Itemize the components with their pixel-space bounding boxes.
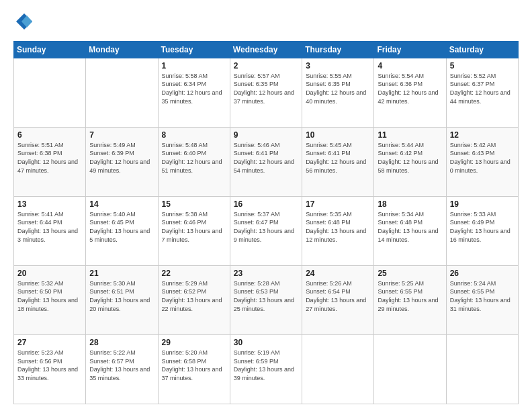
day-number: 18	[378, 199, 442, 209]
calendar-cell: 16 Sunrise: 5:37 AMSunset: 6:47 PMDaylig…	[230, 196, 302, 265]
day-number: 3	[306, 61, 370, 71]
calendar-cell: 13 Sunrise: 5:41 AMSunset: 6:44 PMDaylig…	[14, 196, 86, 265]
calendar-cell: 15 Sunrise: 5:38 AMSunset: 6:46 PMDaylig…	[158, 196, 230, 265]
day-info: Sunrise: 5:49 AMSunset: 6:39 PMDaylight:…	[89, 142, 150, 174]
calendar-cell: 3 Sunrise: 5:55 AMSunset: 6:35 PMDayligh…	[302, 58, 374, 127]
day-info: Sunrise: 5:26 AMSunset: 6:54 PMDaylight:…	[306, 280, 366, 312]
day-info: Sunrise: 5:19 AMSunset: 6:59 PMDaylight:…	[234, 349, 294, 381]
day-info: Sunrise: 5:41 AMSunset: 6:44 PMDaylight:…	[17, 211, 78, 243]
day-number: 12	[450, 130, 515, 140]
day-info: Sunrise: 5:32 AMSunset: 6:50 PMDaylight:…	[17, 280, 78, 312]
day-number: 21	[89, 269, 154, 278]
day-info: Sunrise: 5:29 AMSunset: 6:52 PMDaylight:…	[162, 280, 222, 312]
day-number: 26	[450, 269, 515, 278]
calendar-cell: 25 Sunrise: 5:25 AMSunset: 6:55 PMDaylig…	[374, 265, 446, 334]
calendar-cell	[374, 334, 446, 404]
day-number: 6	[17, 130, 82, 140]
day-number: 11	[378, 130, 442, 140]
day-info: Sunrise: 5:54 AMSunset: 6:36 PMDaylight:…	[378, 73, 438, 105]
day-info: Sunrise: 5:51 AMSunset: 6:38 PMDaylight:…	[17, 142, 78, 174]
day-info: Sunrise: 5:37 AMSunset: 6:47 PMDaylight:…	[234, 211, 294, 243]
day-info: Sunrise: 5:25 AMSunset: 6:55 PMDaylight:…	[378, 280, 438, 312]
calendar-cell: 4 Sunrise: 5:54 AMSunset: 6:36 PMDayligh…	[374, 58, 446, 127]
day-number: 22	[162, 269, 226, 278]
weekday-header-thursday: Thursday	[302, 41, 374, 58]
day-info: Sunrise: 5:38 AMSunset: 6:46 PMDaylight:…	[162, 211, 222, 243]
day-info: Sunrise: 5:24 AMSunset: 6:55 PMDaylight:…	[450, 280, 511, 312]
day-info: Sunrise: 5:35 AMSunset: 6:48 PMDaylight:…	[306, 211, 366, 243]
calendar-cell: 11 Sunrise: 5:44 AMSunset: 6:42 PMDaylig…	[374, 127, 446, 196]
weekday-header-row: SundayMondayTuesdayWednesdayThursdayFrid…	[14, 41, 519, 58]
day-number: 4	[378, 61, 442, 71]
weekday-header-saturday: Saturday	[446, 41, 518, 58]
calendar-cell: 12 Sunrise: 5:42 AMSunset: 6:43 PMDaylig…	[446, 127, 518, 196]
calendar-cell	[86, 58, 158, 127]
day-number: 14	[89, 199, 154, 209]
calendar-cell: 6 Sunrise: 5:51 AMSunset: 6:38 PMDayligh…	[14, 127, 86, 196]
day-info: Sunrise: 5:23 AMSunset: 6:56 PMDaylight:…	[17, 349, 78, 381]
day-info: Sunrise: 5:22 AMSunset: 6:57 PMDaylight:…	[89, 349, 150, 381]
calendar-cell: 30 Sunrise: 5:19 AMSunset: 6:59 PMDaylig…	[230, 334, 302, 404]
header	[13, 12, 519, 34]
day-number: 5	[450, 61, 515, 71]
calendar-cell: 18 Sunrise: 5:34 AMSunset: 6:48 PMDaylig…	[374, 196, 446, 265]
day-info: Sunrise: 5:46 AMSunset: 6:41 PMDaylight:…	[234, 142, 294, 174]
logo-text	[13, 12, 34, 34]
page: SundayMondayTuesdayWednesdayThursdayFrid…	[0, 0, 532, 411]
day-number: 8	[162, 130, 226, 140]
calendar-cell: 29 Sunrise: 5:20 AMSunset: 6:58 PMDaylig…	[158, 334, 230, 404]
calendar-cell: 26 Sunrise: 5:24 AMSunset: 6:55 PMDaylig…	[446, 265, 518, 334]
calendar-cell: 17 Sunrise: 5:35 AMSunset: 6:48 PMDaylig…	[302, 196, 374, 265]
calendar-cell: 21 Sunrise: 5:30 AMSunset: 6:51 PMDaylig…	[86, 265, 158, 334]
calendar-week-row: 27 Sunrise: 5:23 AMSunset: 6:56 PMDaylig…	[14, 334, 519, 404]
day-number: 23	[234, 269, 298, 278]
day-number: 7	[89, 130, 154, 140]
day-number: 27	[17, 338, 82, 347]
day-info: Sunrise: 5:34 AMSunset: 6:48 PMDaylight:…	[378, 211, 438, 243]
day-number: 24	[306, 269, 370, 278]
day-number: 19	[450, 199, 515, 209]
day-number: 28	[89, 338, 154, 347]
day-info: Sunrise: 5:57 AMSunset: 6:35 PMDaylight:…	[234, 73, 294, 105]
calendar-cell: 2 Sunrise: 5:57 AMSunset: 6:35 PMDayligh…	[230, 58, 302, 127]
day-info: Sunrise: 5:40 AMSunset: 6:45 PMDaylight:…	[89, 211, 150, 243]
calendar-table: SundayMondayTuesdayWednesdayThursdayFrid…	[13, 41, 519, 404]
day-number: 15	[162, 199, 226, 209]
day-info: Sunrise: 5:44 AMSunset: 6:42 PMDaylight:…	[378, 142, 438, 174]
calendar-cell: 5 Sunrise: 5:52 AMSunset: 6:37 PMDayligh…	[446, 58, 518, 127]
logo	[13, 12, 34, 34]
day-number: 13	[17, 199, 82, 209]
day-info: Sunrise: 5:45 AMSunset: 6:41 PMDaylight:…	[306, 142, 366, 174]
weekday-header-monday: Monday	[86, 41, 158, 58]
calendar-cell: 8 Sunrise: 5:48 AMSunset: 6:40 PMDayligh…	[158, 127, 230, 196]
day-info: Sunrise: 5:58 AMSunset: 6:34 PMDaylight:…	[162, 73, 222, 105]
calendar-cell: 9 Sunrise: 5:46 AMSunset: 6:41 PMDayligh…	[230, 127, 302, 196]
calendar-cell	[302, 334, 374, 404]
day-info: Sunrise: 5:20 AMSunset: 6:58 PMDaylight:…	[162, 349, 222, 381]
day-info: Sunrise: 5:52 AMSunset: 6:37 PMDaylight:…	[450, 73, 511, 105]
day-info: Sunrise: 5:42 AMSunset: 6:43 PMDaylight:…	[450, 142, 511, 174]
day-number: 9	[234, 130, 298, 140]
day-number: 30	[234, 338, 298, 347]
calendar-week-row: 13 Sunrise: 5:41 AMSunset: 6:44 PMDaylig…	[14, 196, 519, 265]
calendar-cell: 10 Sunrise: 5:45 AMSunset: 6:41 PMDaylig…	[302, 127, 374, 196]
calendar-cell: 23 Sunrise: 5:28 AMSunset: 6:53 PMDaylig…	[230, 265, 302, 334]
calendar-cell	[14, 58, 86, 127]
calendar-cell: 1 Sunrise: 5:58 AMSunset: 6:34 PMDayligh…	[158, 58, 230, 127]
weekday-header-friday: Friday	[374, 41, 446, 58]
calendar-cell: 7 Sunrise: 5:49 AMSunset: 6:39 PMDayligh…	[86, 127, 158, 196]
day-number: 1	[162, 61, 226, 71]
day-info: Sunrise: 5:33 AMSunset: 6:49 PMDaylight:…	[450, 211, 511, 243]
calendar-week-row: 20 Sunrise: 5:32 AMSunset: 6:50 PMDaylig…	[14, 265, 519, 334]
calendar-cell: 22 Sunrise: 5:29 AMSunset: 6:52 PMDaylig…	[158, 265, 230, 334]
calendar-week-row: 1 Sunrise: 5:58 AMSunset: 6:34 PMDayligh…	[14, 58, 519, 127]
day-number: 17	[306, 199, 370, 209]
day-info: Sunrise: 5:48 AMSunset: 6:40 PMDaylight:…	[162, 142, 222, 174]
day-number: 29	[162, 338, 226, 347]
calendar-cell: 14 Sunrise: 5:40 AMSunset: 6:45 PMDaylig…	[86, 196, 158, 265]
day-number: 10	[306, 130, 370, 140]
day-number: 2	[234, 61, 298, 71]
calendar-cell: 28 Sunrise: 5:22 AMSunset: 6:57 PMDaylig…	[86, 334, 158, 404]
day-number: 25	[378, 269, 442, 278]
weekday-header-sunday: Sunday	[14, 41, 86, 58]
